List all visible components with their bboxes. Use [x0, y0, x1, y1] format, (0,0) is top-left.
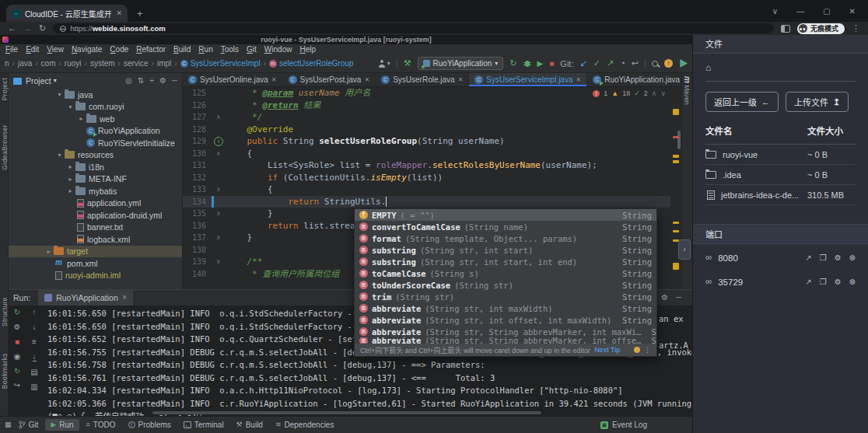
- breadcrumb-item[interactable]: com: [41, 59, 65, 68]
- breadcrumb-item[interactable]: java: [18, 59, 41, 68]
- tree-item[interactable]: ▸ i18n: [9, 161, 182, 173]
- completion-item[interactable]: substring (String str, int start, int en…: [355, 256, 656, 267]
- stop-app-icon[interactable]: [15, 338, 19, 346]
- panel-collapse-chevron[interactable]: [678, 239, 691, 260]
- project-view-dropdown-icon[interactable]: [54, 78, 57, 84]
- soft-wrap-icon[interactable]: [32, 338, 37, 346]
- tool-stripe-gideabrowser[interactable]: GideaBrowser: [1, 124, 9, 170]
- inspection-widget[interactable]: 1 18 2 ∧∨: [593, 89, 666, 97]
- tree-item[interactable]: ▸ target: [9, 246, 182, 258]
- tree-item[interactable]: ▸ web: [9, 113, 182, 125]
- menu-item[interactable]: Edit: [22, 44, 43, 54]
- gutter[interactable]: ∧: [211, 111, 226, 124]
- statusbar-run[interactable]: Run: [45, 419, 79, 431]
- thread-dump-icon[interactable]: [14, 353, 21, 361]
- window-close-button[interactable]: [849, 8, 856, 16]
- event-log-button[interactable]: Event Log: [600, 421, 647, 429]
- tab-close-icon[interactable]: [116, 10, 122, 17]
- locate-file-icon[interactable]: [125, 77, 132, 85]
- expand-collapse-icon[interactable]: [138, 77, 144, 85]
- history-icon[interactable]: [620, 59, 625, 68]
- breadcrumb-item[interactable]: selectUserRoleGroup: [269, 59, 360, 68]
- tree-item[interactable]: application.yml: [9, 197, 182, 210]
- new-tab-button[interactable]: [137, 9, 143, 19]
- gutter[interactable]: ∧: [211, 208, 226, 220]
- menu-item[interactable]: Window: [261, 44, 296, 54]
- gutter[interactable]: ∧: [211, 148, 226, 160]
- file-row[interactable]: .idea ~ 0 B: [705, 165, 856, 185]
- console-settings-icon[interactable]: [661, 294, 668, 302]
- gutter[interactable]: [211, 124, 226, 136]
- back-button[interactable]: [8, 24, 16, 33]
- editor-tab[interactable]: SysUserServiceImpl.java: [469, 73, 587, 86]
- site-info-icon[interactable]: [60, 26, 66, 32]
- run-tab-close-icon[interactable]: [122, 295, 128, 301]
- port-settings-icon[interactable]: [835, 254, 842, 262]
- tab-close-icon[interactable]: [271, 77, 277, 83]
- tree-expand-icon[interactable]: ▸: [66, 163, 75, 170]
- completion-item[interactable]: toCamelCase (String s) String: [355, 267, 656, 279]
- git-push-icon[interactable]: [607, 59, 614, 68]
- menu-item[interactable]: Run: [194, 44, 216, 54]
- port-settings-icon[interactable]: [835, 278, 842, 286]
- statusbar-problems[interactable]: Problems: [123, 419, 177, 431]
- build-hammer-icon[interactable]: [404, 59, 411, 68]
- editor-tab[interactable]: RuoYiApplication.java: [587, 73, 681, 86]
- scroll-to-end-icon[interactable]: [33, 353, 37, 361]
- completion-item[interactable]: trim (String str) String: [355, 291, 656, 302]
- gutter[interactable]: ∧: [211, 183, 226, 196]
- services-icon[interactable]: [679, 59, 688, 68]
- tree-item[interactable]: ▸ mybatis: [9, 185, 182, 197]
- close-port-icon[interactable]: [849, 254, 856, 262]
- scroll-down-icon[interactable]: [33, 323, 37, 331]
- gutter[interactable]: ∨: [211, 256, 226, 268]
- completion-item[interactable]: abbreviate (String str, String abbrevMar…: [355, 337, 656, 344]
- menu-item[interactable]: File: [2, 44, 22, 54]
- gutter[interactable]: [211, 172, 226, 184]
- tree-item[interactable]: application-druid.yml: [9, 209, 182, 222]
- gutter[interactable]: [211, 87, 226, 100]
- breadcrumb-item[interactable]: SysUserServiceImpl: [180, 59, 269, 68]
- rollback-icon[interactable]: [632, 59, 639, 68]
- browser-tab[interactable]: CloudIDE - 云原生集成开发环境: [6, 5, 128, 22]
- gutter[interactable]: [211, 196, 226, 208]
- tab-close-icon[interactable]: [576, 77, 581, 83]
- project-settings-icon[interactable]: [159, 77, 166, 85]
- update-app-icon[interactable]: [14, 368, 20, 375]
- gutter[interactable]: ∧: [211, 232, 226, 244]
- tree-expand-icon[interactable]: ▸: [66, 176, 75, 183]
- file-row[interactable]: jetbrains-idea-c-de... 310.5 MB: [705, 185, 856, 205]
- run-config-selector[interactable]: RuoYiApplication: [418, 57, 504, 70]
- close-port-icon[interactable]: [849, 278, 856, 286]
- tab-close-icon[interactable]: [364, 77, 369, 83]
- menu-item[interactable]: Git: [243, 44, 261, 54]
- window-minimize-button[interactable]: [796, 8, 804, 16]
- tree-item[interactable]: pom.xml: [9, 257, 182, 270]
- back-parent-button[interactable]: 返回上一级: [705, 92, 779, 112]
- gutter[interactable]: [211, 135, 226, 148]
- debug-icon[interactable]: [523, 59, 531, 68]
- forward-button[interactable]: [23, 24, 32, 33]
- statusbar-git[interactable]: Git: [13, 419, 44, 431]
- hint-menu-icon[interactable]: [644, 347, 651, 354]
- update-badge-icon[interactable]: [664, 59, 673, 68]
- completion-item[interactable]: EMPTY ( = "") String: [355, 209, 656, 221]
- completion-item[interactable]: substring (String str, int start) String: [355, 244, 656, 256]
- tree-item[interactable]: RuoYiApplication: [9, 125, 182, 138]
- completion-item[interactable]: convertToCamelCase (String name) String: [355, 221, 656, 232]
- breadcrumb-item[interactable]: impl: [157, 59, 180, 68]
- file-row[interactable]: ruoyi-vue ~ 0 B: [705, 145, 856, 165]
- tab-search-icon[interactable]: [772, 8, 778, 16]
- editor-tab[interactable]: SysUserRole.java: [376, 73, 469, 86]
- completion-item[interactable]: format (String template, Object... param…: [355, 232, 656, 244]
- window-maximize-button[interactable]: [823, 8, 830, 16]
- menu-item[interactable]: Refactor: [132, 44, 170, 54]
- tree-item[interactable]: banner.txt: [9, 222, 182, 234]
- tool-stripe-project[interactable]: Project: [1, 78, 9, 100]
- avatar-dropdown[interactable]: [378, 60, 390, 68]
- copy-icon[interactable]: [820, 254, 827, 262]
- tree-item[interactable]: logback.xml: [9, 233, 182, 246]
- completion-item[interactable]: abbreviate (String str, int offset, int …: [355, 314, 656, 326]
- stop-icon[interactable]: [549, 60, 554, 68]
- tool-stripe-bookmarks[interactable]: Bookmarks: [1, 353, 9, 389]
